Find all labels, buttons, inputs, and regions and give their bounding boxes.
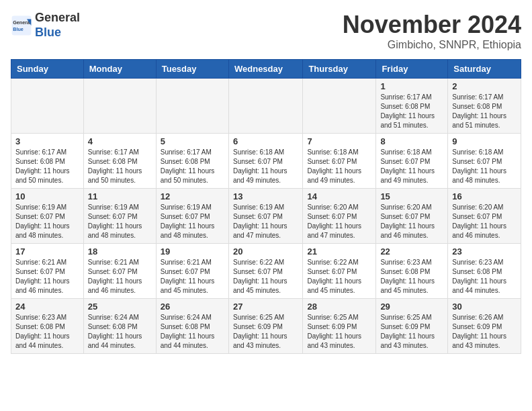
- day-number: 10: [15, 191, 79, 201]
- day-info: Sunrise: 6:22 AM Sunset: 6:07 PM Dayligh…: [307, 258, 371, 295]
- day-number: 30: [452, 302, 517, 312]
- day-info: Sunrise: 6:19 AM Sunset: 6:07 PM Dayligh…: [233, 203, 298, 240]
- calendar-cell: 24Sunrise: 6:23 AM Sunset: 6:08 PM Dayli…: [11, 299, 84, 354]
- day-number: 25: [88, 302, 152, 312]
- day-info: Sunrise: 6:25 AM Sunset: 6:09 PM Dayligh…: [233, 313, 298, 351]
- calendar-cell: 14Sunrise: 6:20 AM Sunset: 6:07 PM Dayli…: [303, 189, 376, 244]
- calendar-cell: 7Sunrise: 6:18 AM Sunset: 6:07 PM Daylig…: [303, 134, 376, 189]
- calendar-week-row: 1Sunrise: 6:17 AM Sunset: 6:08 PM Daylig…: [11, 79, 521, 134]
- day-info: Sunrise: 6:20 AM Sunset: 6:07 PM Dayligh…: [452, 203, 517, 240]
- day-number: 9: [452, 136, 517, 146]
- calendar-cell: 16Sunrise: 6:20 AM Sunset: 6:07 PM Dayli…: [448, 189, 521, 244]
- day-info: Sunrise: 6:24 AM Sunset: 6:08 PM Dayligh…: [88, 313, 152, 351]
- calendar-cell: [228, 79, 302, 134]
- calendar-cell: 3Sunrise: 6:17 AM Sunset: 6:08 PM Daylig…: [11, 134, 84, 189]
- day-info: Sunrise: 6:20 AM Sunset: 6:07 PM Dayligh…: [307, 203, 371, 240]
- day-info: Sunrise: 6:19 AM Sunset: 6:07 PM Dayligh…: [161, 203, 224, 240]
- logo-text: General Blue: [35, 11, 80, 40]
- calendar-week-row: 10Sunrise: 6:19 AM Sunset: 6:07 PM Dayli…: [11, 189, 521, 244]
- calendar-week-row: 24Sunrise: 6:23 AM Sunset: 6:08 PM Dayli…: [11, 299, 521, 354]
- day-number: 18: [88, 246, 152, 257]
- calendar-cell: [156, 79, 228, 134]
- day-info: Sunrise: 6:17 AM Sunset: 6:08 PM Dayligh…: [380, 93, 443, 130]
- day-info: Sunrise: 6:17 AM Sunset: 6:08 PM Dayligh…: [88, 148, 152, 185]
- calendar-cell: 6Sunrise: 6:18 AM Sunset: 6:07 PM Daylig…: [228, 134, 302, 189]
- calendar-cell: 2Sunrise: 6:17 AM Sunset: 6:08 PM Daylig…: [448, 79, 521, 134]
- day-number: 24: [15, 302, 79, 312]
- calendar-cell: 18Sunrise: 6:21 AM Sunset: 6:07 PM Dayli…: [83, 244, 156, 299]
- day-number: 16: [452, 191, 517, 201]
- day-info: Sunrise: 6:21 AM Sunset: 6:07 PM Dayligh…: [15, 258, 79, 295]
- day-number: 20: [233, 246, 298, 257]
- calendar-header-row: SundayMondayTuesdayWednesdayThursdayFrid…: [11, 60, 521, 79]
- weekday-header-wednesday: Wednesday: [228, 60, 302, 79]
- day-info: Sunrise: 6:17 AM Sunset: 6:08 PM Dayligh…: [452, 93, 517, 130]
- day-number: 14: [307, 191, 371, 201]
- day-number: 3: [15, 136, 79, 146]
- day-number: 12: [161, 191, 224, 201]
- weekday-header-thursday: Thursday: [303, 60, 376, 79]
- day-info: Sunrise: 6:21 AM Sunset: 6:07 PM Dayligh…: [161, 258, 224, 295]
- calendar-cell: [303, 79, 376, 134]
- day-info: Sunrise: 6:17 AM Sunset: 6:08 PM Dayligh…: [161, 148, 224, 185]
- calendar-cell: 21Sunrise: 6:22 AM Sunset: 6:07 PM Dayli…: [303, 244, 376, 299]
- day-number: 28: [307, 302, 371, 312]
- calendar-cell: 5Sunrise: 6:17 AM Sunset: 6:08 PM Daylig…: [156, 134, 228, 189]
- calendar-cell: 29Sunrise: 6:25 AM Sunset: 6:09 PM Dayli…: [376, 299, 448, 354]
- day-number: 26: [161, 302, 224, 312]
- weekday-header-tuesday: Tuesday: [156, 60, 228, 79]
- location: Gimbicho, SNNPR, Ethiopia: [343, 39, 521, 51]
- calendar-week-row: 17Sunrise: 6:21 AM Sunset: 6:07 PM Dayli…: [11, 244, 521, 299]
- day-number: 5: [161, 136, 224, 146]
- svg-text:Blue: Blue: [13, 26, 24, 32]
- day-info: Sunrise: 6:18 AM Sunset: 6:07 PM Dayligh…: [307, 148, 371, 185]
- day-info: Sunrise: 6:22 AM Sunset: 6:07 PM Dayligh…: [233, 258, 298, 295]
- day-number: 22: [380, 246, 443, 257]
- calendar-cell: 1Sunrise: 6:17 AM Sunset: 6:08 PM Daylig…: [376, 79, 448, 134]
- weekday-header-sunday: Sunday: [11, 60, 84, 79]
- calendar-cell: 22Sunrise: 6:23 AM Sunset: 6:08 PM Dayli…: [376, 244, 448, 299]
- day-info: Sunrise: 6:19 AM Sunset: 6:07 PM Dayligh…: [88, 203, 152, 240]
- day-info: Sunrise: 6:25 AM Sunset: 6:09 PM Dayligh…: [380, 313, 443, 351]
- calendar-cell: [11, 79, 84, 134]
- day-number: 21: [307, 246, 371, 257]
- calendar-cell: 15Sunrise: 6:20 AM Sunset: 6:07 PM Dayli…: [376, 189, 448, 244]
- day-info: Sunrise: 6:23 AM Sunset: 6:08 PM Dayligh…: [15, 313, 79, 351]
- day-number: 6: [233, 136, 298, 146]
- day-number: 29: [380, 302, 443, 312]
- calendar-cell: 4Sunrise: 6:17 AM Sunset: 6:08 PM Daylig…: [83, 134, 156, 189]
- day-info: Sunrise: 6:21 AM Sunset: 6:07 PM Dayligh…: [88, 258, 152, 295]
- calendar-cell: [83, 79, 156, 134]
- weekday-header-friday: Friday: [376, 60, 448, 79]
- calendar-cell: 9Sunrise: 6:18 AM Sunset: 6:07 PM Daylig…: [448, 134, 521, 189]
- calendar-cell: 17Sunrise: 6:21 AM Sunset: 6:07 PM Dayli…: [11, 244, 84, 299]
- weekday-header-saturday: Saturday: [448, 60, 521, 79]
- calendar-week-row: 3Sunrise: 6:17 AM Sunset: 6:08 PM Daylig…: [11, 134, 521, 189]
- day-number: 4: [88, 136, 152, 146]
- calendar-cell: 20Sunrise: 6:22 AM Sunset: 6:07 PM Dayli…: [228, 244, 302, 299]
- calendar-cell: 11Sunrise: 6:19 AM Sunset: 6:07 PM Dayli…: [83, 189, 156, 244]
- calendar-cell: 23Sunrise: 6:23 AM Sunset: 6:08 PM Dayli…: [448, 244, 521, 299]
- day-info: Sunrise: 6:26 AM Sunset: 6:09 PM Dayligh…: [452, 313, 517, 351]
- day-number: 27: [233, 302, 298, 312]
- calendar-cell: 27Sunrise: 6:25 AM Sunset: 6:09 PM Dayli…: [228, 299, 302, 354]
- day-number: 17: [15, 246, 79, 257]
- calendar-cell: 30Sunrise: 6:26 AM Sunset: 6:09 PM Dayli…: [448, 299, 521, 354]
- day-info: Sunrise: 6:25 AM Sunset: 6:09 PM Dayligh…: [307, 313, 371, 351]
- calendar-cell: 28Sunrise: 6:25 AM Sunset: 6:09 PM Dayli…: [303, 299, 376, 354]
- calendar-cell: 19Sunrise: 6:21 AM Sunset: 6:07 PM Dayli…: [156, 244, 228, 299]
- calendar-cell: 8Sunrise: 6:18 AM Sunset: 6:07 PM Daylig…: [376, 134, 448, 189]
- weekday-header-monday: Monday: [83, 60, 156, 79]
- calendar-table: SundayMondayTuesdayWednesdayThursdayFrid…: [11, 59, 521, 354]
- day-number: 2: [452, 81, 517, 91]
- month-title: November 2024: [343, 11, 521, 39]
- day-info: Sunrise: 6:23 AM Sunset: 6:08 PM Dayligh…: [452, 258, 517, 295]
- day-number: 1: [380, 81, 443, 91]
- day-number: 23: [452, 246, 517, 257]
- calendar-cell: 13Sunrise: 6:19 AM Sunset: 6:07 PM Dayli…: [228, 189, 302, 244]
- day-number: 11: [88, 191, 152, 201]
- day-info: Sunrise: 6:20 AM Sunset: 6:07 PM Dayligh…: [380, 203, 443, 240]
- calendar-cell: 25Sunrise: 6:24 AM Sunset: 6:08 PM Dayli…: [83, 299, 156, 354]
- day-info: Sunrise: 6:18 AM Sunset: 6:07 PM Dayligh…: [233, 148, 298, 185]
- day-number: 7: [307, 136, 371, 146]
